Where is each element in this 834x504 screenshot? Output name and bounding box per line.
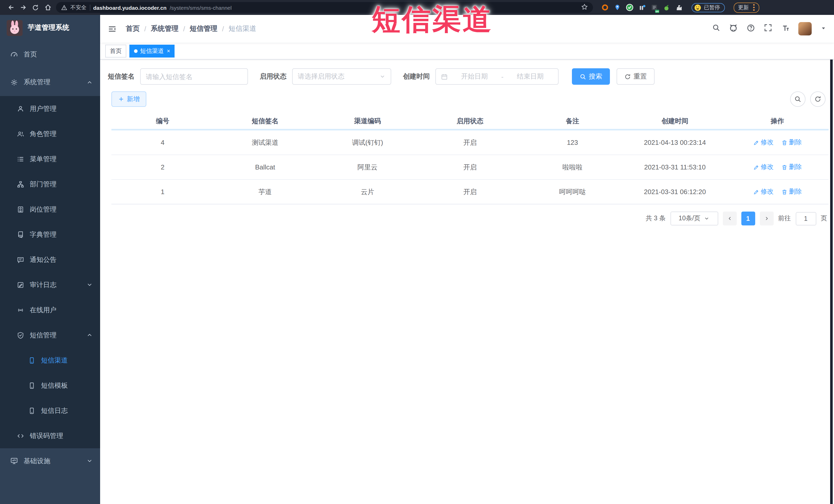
sidebar-item-home[interactable]: 首页 (0, 41, 100, 68)
search-icon (794, 95, 802, 103)
edit-link[interactable]: 修改 (753, 163, 773, 172)
sidebar-item-sms-log[interactable]: 短信日志 (0, 398, 100, 423)
paused-extension-chip[interactable]: 已暂停 (692, 3, 725, 12)
edit-link[interactable]: 修改 (753, 188, 773, 196)
main-area: 首页 / 系统管理 / 短信管理 / 短信渠道 (100, 15, 834, 504)
reset-button[interactable]: 重置 (617, 68, 655, 85)
edit-link[interactable]: 修改 (753, 138, 773, 147)
calendar-icon (441, 73, 448, 80)
question-circle-icon (746, 23, 755, 32)
cell-actions: 修改 删除 (726, 188, 829, 196)
font-size-button[interactable] (781, 23, 790, 34)
avatar[interactable] (798, 22, 812, 36)
code-icon (17, 432, 24, 439)
sidebar-item-dict[interactable]: 字典管理 (0, 222, 100, 247)
bookmark-star-icon[interactable] (581, 4, 588, 11)
close-icon[interactable]: × (167, 48, 170, 54)
extension-icon-shield-check[interactable] (626, 4, 634, 11)
org-tree-icon (17, 180, 24, 188)
reset-button-label: 重置 (634, 72, 647, 81)
create-time-label: 创建时间 (403, 72, 430, 81)
active-dot (134, 49, 137, 52)
app-logo-row[interactable]: 芋道管理系统 (0, 15, 100, 41)
sidebar-item-posts[interactable]: 岗位管理 (0, 197, 100, 222)
sidebar-item-system[interactable]: 系统管理 (0, 68, 100, 96)
monitor-icon (10, 457, 18, 465)
refresh-table-button[interactable] (810, 91, 826, 107)
breadcrumb-item[interactable]: 系统管理 (151, 24, 179, 34)
github-link[interactable] (729, 23, 738, 34)
sidebar-item-departments[interactable]: 部门管理 (0, 172, 100, 197)
tag-home[interactable]: 首页 (105, 44, 126, 57)
sidebar-item-sms[interactable]: 短信管理 (0, 323, 100, 348)
sidebar-toggle-button[interactable] (108, 24, 116, 33)
signature-input[interactable] (146, 73, 242, 80)
page-size-select[interactable]: 10条/页 (670, 212, 718, 225)
date-range-picker[interactable]: 开始日期 - 结束日期 (435, 68, 558, 85)
add-button[interactable]: 新增 (111, 91, 146, 107)
browser-back-button[interactable] (5, 1, 17, 14)
scrollbar-track[interactable] (830, 43, 833, 504)
sidebar-item-users[interactable]: 用户管理 (0, 96, 100, 121)
fullscreen-icon (764, 24, 772, 32)
extension-icon-dark-on[interactable]: on (651, 4, 658, 11)
extension-icon-orange-ring[interactable] (601, 4, 609, 11)
extension-icon-pin[interactable] (614, 4, 621, 11)
browser-update-button[interactable]: 更新 (733, 2, 759, 13)
sidebar-item-label: 在线用户 (30, 305, 57, 314)
prev-page-button[interactable] (723, 212, 737, 225)
sidebar-item-online-users[interactable]: 在线用户 (0, 297, 100, 323)
cell-code: 阿里云 (316, 162, 419, 172)
browser-menu-icon[interactable] (753, 4, 754, 11)
header-search-button[interactable] (712, 24, 720, 34)
not-secure-icon (61, 4, 67, 10)
user-menu-button[interactable] (820, 24, 827, 34)
sidebar-item-label: 审计日志 (30, 280, 57, 289)
browser-home-button[interactable] (42, 1, 54, 14)
table-row: 1 芋道 云片 开启 呵呵呵哒 2021-03-31 06:12:20 修改 删… (111, 180, 829, 204)
gear-icon (10, 78, 18, 86)
sidebar-item-notice[interactable]: 通知公告 (0, 247, 100, 272)
sidebar-item-error-code[interactable]: 错误码管理 (0, 423, 100, 448)
browser-forward-button[interactable] (17, 1, 29, 14)
search-icon (579, 73, 586, 80)
cell-remark: 123 (521, 139, 624, 146)
delete-label: 删除 (789, 188, 802, 196)
table-row: 4 测试渠道 调试(钉钉) 开启 123 2021-04-13 00:23:14… (111, 130, 829, 155)
toggle-search-button[interactable] (790, 91, 806, 107)
sidebar-item-audit-log[interactable]: 审计日志 (0, 272, 100, 297)
goto-page-input[interactable] (795, 212, 816, 225)
trash-icon (781, 139, 787, 146)
fullscreen-button[interactable] (764, 24, 772, 34)
status-select[interactable]: 请选择启用状态 (292, 68, 391, 85)
address-bar[interactable]: 不安全 dashboard.yudao.iocoder.cn/system/sm… (56, 2, 593, 13)
next-page-button[interactable] (760, 212, 773, 225)
delete-link[interactable]: 删除 (781, 138, 802, 147)
breadcrumb-item[interactable]: 短信管理 (190, 24, 217, 34)
extension-icon-green-sprout[interactable] (663, 4, 671, 11)
column-header: 操作 (726, 116, 829, 126)
signal-icon (17, 306, 24, 313)
divider (90, 4, 90, 10)
sidebar-item-sms-template[interactable]: 短信模板 (0, 373, 100, 398)
extensions-puzzle-icon[interactable] (675, 4, 683, 11)
browser-reload-button[interactable] (29, 1, 42, 14)
sidebar-item-menus[interactable]: 菜单管理 (0, 146, 100, 172)
sidebar-item-roles[interactable]: 角色管理 (0, 121, 100, 146)
cell-signature: 芋道 (214, 187, 316, 196)
sidebar-item-infrastructure[interactable]: 基础设施 (0, 448, 100, 474)
breadcrumb-item[interactable]: 首页 (126, 24, 140, 34)
search-button[interactable]: 搜索 (572, 68, 610, 85)
docs-help-button[interactable] (746, 23, 755, 34)
app-logo (7, 20, 23, 36)
sidebar-item-label: 短信管理 (30, 330, 57, 340)
list-icon (17, 155, 24, 162)
cell-status: 开启 (419, 162, 521, 172)
extension-icon-bars-drop[interactable] (638, 4, 646, 11)
page-number-button[interactable]: 1 (741, 212, 755, 225)
page-content: 短信签名 启用状态 请选择启用状态 创建时间 开始日期 - 结束日期 (100, 60, 834, 504)
tag-sms-channel[interactable]: 短信渠道 × (129, 44, 175, 57)
delete-link[interactable]: 删除 (781, 188, 802, 196)
delete-link[interactable]: 删除 (781, 163, 802, 172)
sidebar-item-sms-channel[interactable]: 短信渠道 (0, 348, 100, 373)
